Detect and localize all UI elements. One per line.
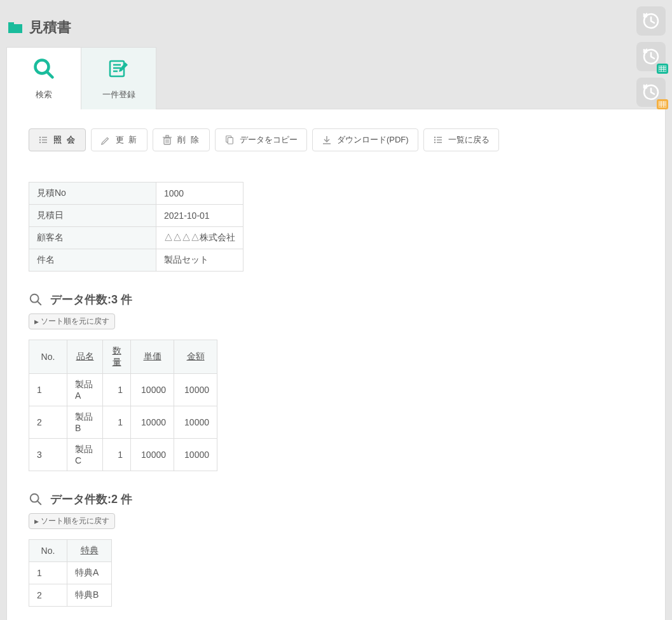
col-price[interactable]: 単価: [131, 340, 174, 374]
products-table: No. 品名 数量 単価 金額 1製品A110000100002製品B11000…: [29, 340, 217, 471]
cell-amount: 10000: [174, 439, 217, 471]
grid-badge-orange: [657, 99, 668, 109]
reset-sort-label: ソート順を元に戻す: [41, 516, 109, 527]
table-row: 3製品C11000010000: [29, 439, 217, 471]
reset-sort-button-2[interactable]: ▶ ソート順を元に戻す: [29, 513, 115, 529]
search-icon: [32, 57, 55, 80]
folder-icon: [8, 21, 23, 34]
history-icon: [642, 83, 660, 101]
label-estimate-no: 見積No: [29, 183, 156, 205]
section1-heading-text: データ件数:3 件: [50, 292, 132, 307]
table-row: 2製品B11000010000: [29, 406, 217, 439]
history-table-teal-button[interactable]: [636, 42, 666, 71]
copy-button[interactable]: データをコピー: [215, 128, 307, 151]
table-row: 件名 製品セット: [29, 249, 243, 272]
list-icon: [38, 135, 48, 145]
cell-bonus: 特典A: [67, 562, 112, 584]
col-name[interactable]: 品名: [67, 340, 103, 374]
cell-no: 3: [29, 439, 67, 471]
history-icon: [642, 12, 660, 30]
table-row: 顧客名 △△△△株式会社: [29, 227, 243, 249]
content-panel: 照 会 更 新 削 除 データをコピー ダウンロード(PDF) 一覧に戻る 見積…: [6, 109, 666, 620]
pencil-icon: [100, 135, 111, 145]
back-button-label: 一覧に戻る: [448, 134, 490, 146]
delete-button-label: 削 除: [177, 134, 200, 146]
tab-search[interactable]: 検索: [6, 47, 81, 109]
page-header: 見積書: [0, 0, 672, 47]
download-button[interactable]: ダウンロード(PDF): [312, 128, 418, 151]
cell-bonus: 特典B: [67, 584, 112, 607]
triangle-icon: ▶: [34, 518, 39, 525]
cell-qty: 1: [103, 439, 131, 471]
download-icon: [322, 135, 332, 145]
cell-amount: 10000: [174, 374, 217, 406]
cell-no: 2: [29, 584, 67, 607]
value-customer: △△△△株式会社: [156, 227, 243, 249]
cell-price: 10000: [131, 406, 174, 439]
table-header-row: No. 特典: [29, 540, 112, 562]
trash-icon: [162, 135, 172, 145]
copy-icon: [224, 135, 235, 145]
update-button-label: 更 新: [116, 134, 139, 146]
cell-no: 1: [29, 374, 67, 406]
value-estimate-date: 2021-10-01: [156, 205, 243, 227]
history-button[interactable]: [636, 6, 666, 36]
label-customer: 顧客名: [29, 227, 156, 249]
label-subject: 件名: [29, 249, 156, 272]
copy-button-label: データをコピー: [240, 134, 298, 146]
value-subject: 製品セット: [156, 249, 243, 272]
cell-no: 1: [29, 562, 67, 584]
record-header-table: 見積No 1000 見積日 2021-10-01 顧客名 △△△△株式会社 件名…: [29, 182, 243, 272]
reset-sort-label: ソート順を元に戻す: [41, 316, 109, 327]
tab-bar: 検索 一件登録: [0, 47, 672, 109]
cell-price: 10000: [131, 374, 174, 406]
tab-register-label: 一件登録: [102, 89, 135, 100]
table-row: 2特典B: [29, 584, 112, 607]
history-table-orange-button[interactable]: [636, 78, 666, 107]
section1-heading: データ件数:3 件: [29, 292, 643, 307]
cell-name: 製品A: [67, 374, 103, 406]
search-icon: [29, 492, 43, 506]
tab-register[interactable]: 一件登録: [81, 47, 156, 109]
view-button-label: 照 会: [53, 134, 76, 146]
section2-heading-text: データ件数:2 件: [50, 492, 132, 507]
table-row: 1製品A11000010000: [29, 374, 217, 406]
cell-no: 2: [29, 406, 67, 439]
reset-sort-button-1[interactable]: ▶ ソート順を元に戻す: [29, 313, 115, 329]
delete-button[interactable]: 削 除: [153, 128, 210, 151]
label-estimate-date: 見積日: [29, 205, 156, 227]
col-no: No.: [29, 340, 67, 374]
table-row: 1特典A: [29, 562, 112, 584]
grid-badge-teal: [657, 64, 668, 74]
floating-history-stack: [636, 6, 666, 107]
edit-icon: [107, 57, 130, 80]
table-row: 見積No 1000: [29, 183, 243, 205]
cell-amount: 10000: [174, 406, 217, 439]
page-title: 見積書: [29, 18, 71, 37]
update-button[interactable]: 更 新: [91, 128, 148, 151]
cell-price: 10000: [131, 439, 174, 471]
table-header-row: No. 品名 数量 単価 金額: [29, 340, 217, 374]
cell-qty: 1: [103, 374, 131, 406]
cell-qty: 1: [103, 406, 131, 439]
col-bonus[interactable]: 特典: [67, 540, 112, 562]
list-icon: [433, 135, 443, 145]
col-amount[interactable]: 金額: [174, 340, 217, 374]
view-button[interactable]: 照 会: [29, 128, 86, 151]
col-qty[interactable]: 数量: [103, 340, 131, 374]
value-estimate-no: 1000: [156, 183, 243, 205]
tab-search-label: 検索: [36, 89, 52, 100]
col-no: No.: [29, 540, 67, 562]
action-toolbar: 照 会 更 新 削 除 データをコピー ダウンロード(PDF) 一覧に戻る: [29, 128, 643, 151]
table-row: 見積日 2021-10-01: [29, 205, 243, 227]
section2-heading: データ件数:2 件: [29, 492, 643, 507]
back-to-list-button[interactable]: 一覧に戻る: [423, 128, 499, 151]
triangle-icon: ▶: [34, 319, 39, 325]
history-icon: [642, 48, 660, 65]
download-button-label: ダウンロード(PDF): [337, 134, 409, 146]
cell-name: 製品C: [67, 439, 103, 471]
cell-name: 製品B: [67, 406, 103, 439]
search-icon: [29, 293, 43, 307]
bonus-table: No. 特典 1特典A2特典B: [29, 539, 112, 607]
